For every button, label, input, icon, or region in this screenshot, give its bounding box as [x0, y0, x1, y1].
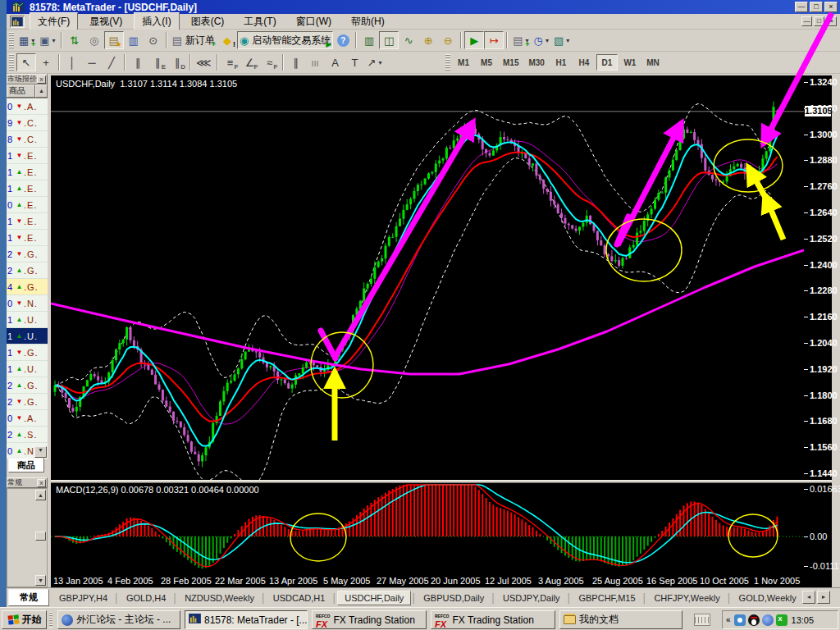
- close-button[interactable]: ×: [824, 2, 838, 12]
- cycle-lines-button[interactable]: |||: [306, 53, 326, 71]
- new-order-button[interactable]: ▤+新订单: [170, 31, 217, 49]
- indicators-list-button[interactable]: ▤+▾: [510, 31, 531, 49]
- navigator-button[interactable]: ⊙: [144, 31, 163, 49]
- zoom-in-button[interactable]: ⊕: [418, 31, 438, 49]
- child-restore-button[interactable]: □: [814, 16, 824, 26]
- price-axis[interactable]: 1.32401.31201.30001.28801.27601.26401.25…: [804, 75, 832, 480]
- market-watch-row[interactable]: 2▼.G.: [7, 394, 48, 410]
- gann-fan-button[interactable]: ⋘: [194, 53, 214, 71]
- menu-item-1[interactable]: 显视(V): [81, 12, 130, 31]
- tick-chart-button[interactable]: ⇅: [65, 31, 84, 49]
- keyboard-layout-icon[interactable]: [694, 614, 710, 626]
- chart-tab-gbpusd-daily[interactable]: GBPUSD,Daily: [417, 591, 491, 605]
- market-watch-row[interactable]: 2▲.S.: [7, 427, 48, 443]
- macd-axis[interactable]: 0.016630.00-0.01117: [804, 483, 832, 574]
- chart-tab-gbpchf-m15[interactable]: GBPCHF,M15: [572, 591, 641, 605]
- channel-e-button[interactable]: ∥E: [148, 53, 167, 71]
- cursor-button[interactable]: ↖: [16, 53, 36, 71]
- channel-d-button[interactable]: ∥D: [167, 53, 187, 71]
- market-watch-symbol-column[interactable]: 商品: [7, 84, 35, 98]
- timeframe-h1-button[interactable]: H1: [550, 54, 572, 71]
- market-watch-button[interactable]: ▤★: [104, 31, 124, 49]
- start-button[interactable]: 开始: [2, 610, 47, 629]
- navigator-scroll-down-icon[interactable]: ▼: [35, 575, 46, 586]
- chart-tab-gold-h4[interactable]: GOLD,H4: [120, 591, 172, 605]
- market-watch-row[interactable]: 1▼.E.: [7, 213, 48, 230]
- timeframe-w1-button[interactable]: W1: [619, 54, 641, 71]
- text-box-button[interactable]: T: [345, 53, 365, 71]
- market-watch-row[interactable]: 1▲.U.: [7, 312, 48, 328]
- fibo-retracement-button[interactable]: ≡F: [221, 53, 240, 71]
- menu-item-0[interactable]: 文件(F): [30, 12, 78, 31]
- alerts-button[interactable]: ◆!: [217, 31, 237, 49]
- child-close-button[interactable]: ×: [826, 16, 837, 26]
- text-label-button[interactable]: A: [326, 53, 345, 71]
- market-watch-row[interactable]: 2▼.G.: [7, 246, 48, 262]
- market-watch-row[interactable]: 0▼.N.: [7, 295, 48, 312]
- crosshair-mode-button[interactable]: ◎: [84, 31, 104, 49]
- market-watch-row[interactable]: 0▼.A.: [7, 98, 48, 115]
- line-chart-mode-button[interactable]: ∿: [399, 31, 418, 49]
- market-watch-row[interactable]: 1▲.E.: [7, 164, 48, 180]
- market-watch-row[interactable]: 2▲.G.: [7, 377, 48, 394]
- data-window-button[interactable]: ▥: [124, 31, 144, 49]
- chart-tab-chfjpy-weekly[interactable]: CHFJPY,Weekly: [647, 591, 726, 605]
- arrows-tool-button[interactable]: ↗▾: [365, 53, 385, 71]
- expert-advisors-button[interactable]: ◉▶启动智能交易系统: [237, 31, 333, 49]
- vertical-line-button[interactable]: │: [62, 53, 82, 71]
- qq-tray-icon[interactable]: [748, 614, 760, 626]
- templates-button[interactable]: ▧▾: [551, 31, 572, 49]
- zoom-out-button[interactable]: ⊖: [438, 31, 458, 49]
- market-watch-row[interactable]: 1▲.E.: [7, 180, 48, 197]
- candlestick-mode-button[interactable]: ◫: [379, 31, 399, 49]
- navigator-scroll-thumb[interactable]: [35, 532, 46, 541]
- period-selector-button[interactable]: ◷▾: [532, 31, 551, 49]
- market-watch-row[interactable]: 0▲.E.: [7, 197, 48, 213]
- market-watch-row[interactable]: 2▲.G.: [7, 262, 48, 279]
- timeframe-d1-button[interactable]: D1: [596, 54, 618, 71]
- market-watch-row[interactable]: 4▲.G.: [7, 279, 48, 295]
- new-chart-button[interactable]: ▦+▾: [16, 31, 37, 49]
- horizontal-line-button[interactable]: ─: [82, 53, 102, 71]
- tab-symbols[interactable]: 商品: [8, 458, 44, 472]
- chart-shift-button[interactable]: ↦: [484, 31, 504, 49]
- menu-item-5[interactable]: 窗口(W): [288, 12, 340, 31]
- timeframe-mn-button[interactable]: MN: [642, 54, 664, 71]
- task-metatrader[interactable]: 81578: MetaTrader - [...: [185, 610, 308, 629]
- main-chart-pane[interactable]: USDCHF,Daily 1.3107 1.3114 1.3084 1.3105: [51, 75, 804, 480]
- timeframe-m15-button[interactable]: M15: [499, 54, 523, 71]
- minimize-button[interactable]: —: [795, 2, 808, 12]
- macd-pane[interactable]: MACD(12,26,9) 0.00678 0.00321 0.00464 0.…: [51, 483, 804, 574]
- restore-button[interactable]: □: [810, 2, 823, 12]
- crosshair-button[interactable]: +: [36, 53, 56, 71]
- market-watch-row[interactable]: 8▼.C.: [7, 131, 48, 148]
- market-watch-close-icon[interactable]: x: [37, 75, 46, 84]
- profiles-dropdown-icon[interactable]: ▾: [52, 37, 56, 44]
- parallel-lines-button[interactable]: ∥: [286, 53, 306, 71]
- toolbar-handle[interactable]: [9, 32, 14, 48]
- market-watch-scroll-down-icon[interactable]: ▼: [34, 446, 47, 458]
- fibo-arcs-button[interactable]: ≈F: [260, 53, 280, 71]
- date-axis[interactable]: 13 Jan 20054 Feb 200528 Feb 200522 Mar 2…: [51, 574, 832, 587]
- auto-scroll-button[interactable]: ▶: [464, 31, 484, 49]
- bar-chart-mode-button[interactable]: ▥: [359, 31, 379, 49]
- tabs-scroll-right-icon[interactable]: ▸: [817, 591, 830, 604]
- toolbar-handle[interactable]: [9, 54, 14, 71]
- tray-collapse[interactable]: «: [726, 615, 731, 624]
- navigator-scroll-up-icon[interactable]: ▲: [35, 490, 46, 500]
- task-fx-2[interactable]: REFCOFXFX Trading Station: [431, 610, 555, 629]
- menu-item-3[interactable]: 图表(C): [183, 12, 233, 31]
- task-documents[interactable]: 我的文档: [559, 610, 682, 629]
- timeframe-m5-button[interactable]: M5: [476, 54, 497, 71]
- market-watch-scroll-up-icon[interactable]: ▲: [35, 84, 48, 98]
- antivirus-tray-icon[interactable]: x: [776, 614, 788, 626]
- market-watch-row[interactable]: 1▼.G.: [7, 345, 48, 361]
- chart-tab-usdchf-daily[interactable]: USDCHF,Daily: [337, 591, 411, 605]
- templates-dropdown-icon[interactable]: ▾: [566, 37, 569, 44]
- chart-window-icon[interactable]: [10, 16, 25, 28]
- navigator-close-icon[interactable]: x: [37, 479, 46, 487]
- chart-tab-gold-weekly[interactable]: GOLD,Weekly: [733, 591, 801, 605]
- tabs-scroll-left-icon[interactable]: ◂: [802, 591, 815, 604]
- chart-tab-usdjpy-daily[interactable]: USDJPY,Daily: [496, 591, 567, 605]
- market-watch-row[interactable]: 0▼.A.: [7, 410, 48, 427]
